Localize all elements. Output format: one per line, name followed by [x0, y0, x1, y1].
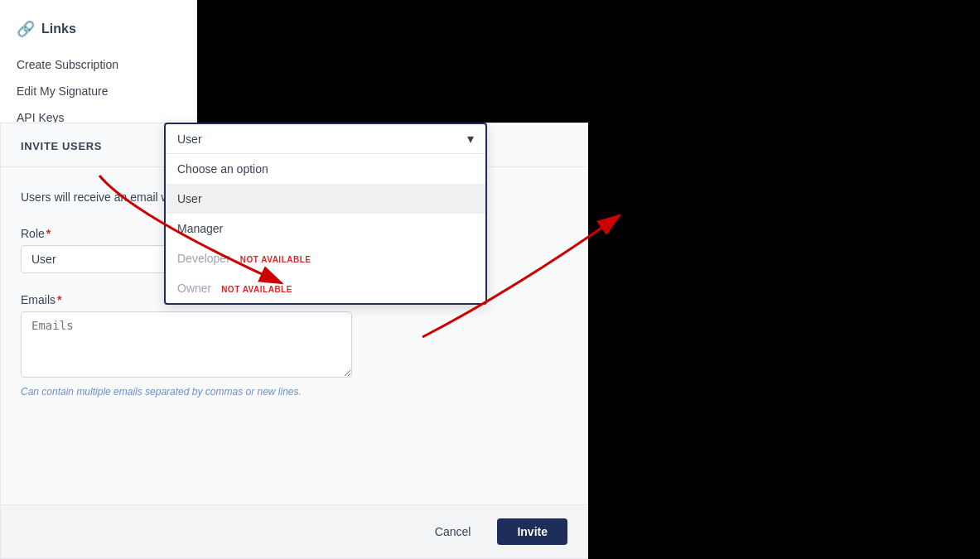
sidebar-header-label: Links — [41, 22, 76, 36]
owner-unavailable-badge: NOT AVAILABLE — [221, 285, 292, 294]
dropdown-option-choose[interactable]: Choose an option — [166, 154, 485, 184]
sidebar-item-create-subscription[interactable]: Create Subscription — [0, 51, 196, 78]
emails-hint: Can contain multiple emails separated by… — [21, 386, 567, 398]
dropdown-option-owner: Owner NOT AVAILABLE — [166, 273, 485, 303]
sidebar-header: 🔗 Links — [0, 13, 196, 51]
role-required: * — [46, 227, 51, 240]
dropdown-option-developer: Developer NOT AVAILABLE — [166, 243, 485, 273]
developer-unavailable-badge: NOT AVAILABLE — [240, 255, 311, 264]
dropdown-option-user[interactable]: User — [166, 184, 485, 214]
sidebar-item-edit-my-signature[interactable]: Edit My Signature — [0, 78, 196, 104]
emails-form-group: Emails * Can contain multiple emails sep… — [21, 293, 567, 398]
role-dropdown-overlay: User ▾ Choose an option User Manager Dev… — [164, 123, 487, 305]
emails-textarea[interactable] — [21, 311, 352, 378]
invite-button[interactable]: Invite — [497, 518, 567, 545]
dropdown-header[interactable]: User ▾ — [166, 124, 485, 154]
dropdown-selected-value: User — [177, 133, 202, 146]
cancel-button[interactable]: Cancel — [418, 518, 488, 545]
form-footer: Cancel Invite — [1, 504, 587, 558]
dropdown-option-manager[interactable]: Manager — [166, 214, 485, 243]
emails-required: * — [57, 293, 61, 306]
form-panel-title: INVITE USERS — [21, 140, 102, 152]
dropdown-chevron-icon: ▾ — [467, 131, 474, 147]
link-icon: 🔗 — [17, 20, 35, 38]
